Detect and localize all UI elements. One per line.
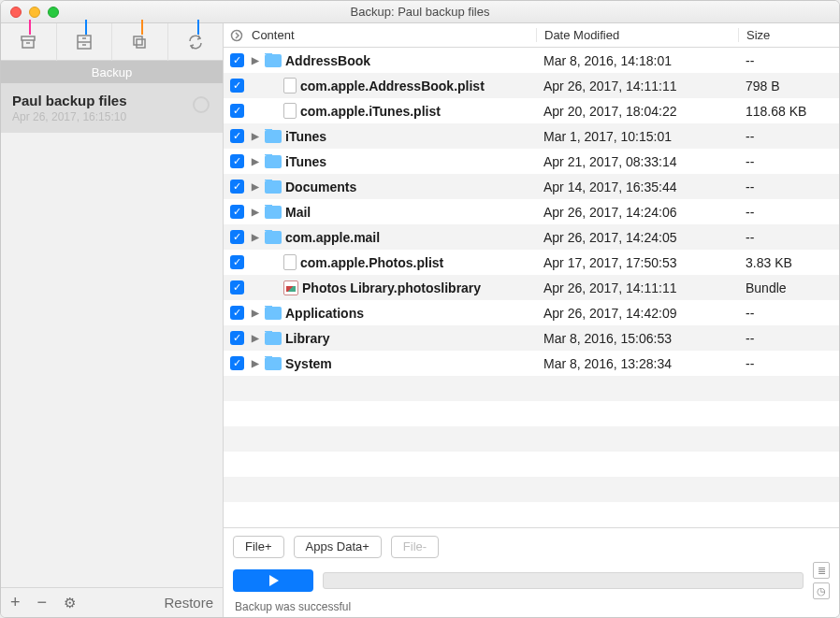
table-row[interactable]: ✓▶AddressBookMar 8, 2016, 14:18:01-- [224,48,839,73]
checkbox[interactable]: ✓ [230,306,244,320]
disclosure-triangle-icon[interactable]: ▶ [250,308,261,318]
titlebar: Backup: Paul backup files [1,1,839,23]
checkbox[interactable]: ✓ [230,255,244,269]
row-name: com.apple.iTunes.plist [300,104,441,119]
row-date: Apr 20, 2017, 18:04:22 [536,104,738,119]
apps-data-button[interactable]: Apps Data+ [294,536,382,558]
remove-button[interactable]: − [37,593,48,612]
play-button[interactable] [233,569,313,592]
table-row[interactable]: ✓com.apple.AddressBook.plistApr 26, 2017… [224,73,839,98]
table-row[interactable]: ✓▶ApplicationsApr 26, 2017, 14:42:09-- [224,300,839,325]
marker-icon [29,20,31,35]
table-row[interactable]: ✓▶com.apple.mailApr 26, 2017, 14:24:05-- [224,224,839,250]
gear-icon[interactable]: ⚙ [64,595,76,611]
folder-icon [265,231,282,244]
folder-icon [265,155,282,168]
disclosure-triangle-icon[interactable]: ▶ [250,55,261,65]
row-name: com.apple.mail [285,230,380,245]
column-size[interactable]: Size [738,28,839,42]
row-size: -- [738,331,839,346]
svg-marker-5 [269,575,279,586]
actions-bar: File+ Apps Data+ File- [224,527,839,565]
table-row[interactable]: ✓▶iTunesMar 1, 2017, 10:15:01-- [224,123,839,149]
row-name: AddressBook [285,53,370,68]
file-remove-button[interactable]: File- [391,536,439,558]
zoom-icon[interactable] [48,7,59,18]
column-date[interactable]: Date Modified [536,28,738,42]
table-row[interactable]: ✓▶SystemMar 8, 2016, 13:28:34-- [224,351,839,376]
tool-copy-icon[interactable] [112,23,168,61]
svg-point-4 [232,30,242,40]
table-row[interactable]: ✓com.apple.Photos.plistApr 17, 2017, 17:… [224,250,839,275]
table-row[interactable]: ✓▶MailApr 26, 2017, 14:24:06-- [224,199,839,224]
row-size: -- [738,306,839,321]
marker-icon [197,20,199,35]
table-row[interactable]: ✓▶LibraryMar 8, 2016, 15:06:53-- [224,325,839,351]
clock-icon [193,96,210,113]
table-row-empty [224,502,839,527]
column-check[interactable] [224,29,250,42]
table-row-empty [224,401,839,426]
row-date: Mar 8, 2016, 13:28:34 [536,356,738,371]
column-headers: Content Date Modified Size [224,23,839,48]
checkbox[interactable]: ✓ [230,230,244,244]
row-size: -- [738,356,839,371]
tool-sync-icon[interactable] [168,23,224,61]
add-button[interactable]: + [10,593,21,612]
row-name: Mail [285,205,311,220]
checkbox[interactable]: ✓ [230,53,244,67]
log-icon[interactable]: ≣ [813,562,830,579]
marker-icon [85,20,87,35]
row-size: 3.83 KB [738,255,839,270]
folder-icon [265,180,282,194]
checkbox[interactable]: ✓ [230,154,244,168]
table-row[interactable]: ✓▶iTunesApr 21, 2017, 08:33:14-- [224,149,839,174]
disclosure-triangle-icon[interactable]: ▶ [250,131,261,141]
svg-rect-0 [22,36,35,40]
disclosure-triangle-icon[interactable]: ▶ [250,333,261,343]
disclosure-triangle-icon[interactable]: ▶ [250,156,261,166]
checkbox[interactable]: ✓ [230,104,244,118]
row-size: 798 B [738,79,839,93]
photos-library-icon [283,280,298,295]
sidebar-item-backup[interactable]: Paul backup files Apr 26, 2017, 16:15:10 [1,83,223,133]
checkbox[interactable]: ✓ [230,331,244,345]
row-size: -- [738,154,839,169]
row-date: Apr 26, 2017, 14:24:06 [536,205,738,220]
main-panel: Content Date Modified Size ✓▶AddressBook… [224,23,839,617]
row-date: Mar 8, 2016, 15:06:53 [536,331,738,346]
table-row[interactable]: ✓Photos Library.photoslibraryApr 26, 201… [224,275,839,300]
table-row[interactable]: ✓com.apple.iTunes.plistApr 20, 2017, 18:… [224,98,839,123]
app-window: Backup: Paul backup files [0,0,840,618]
sidebar-heading: Backup [1,61,223,83]
row-name: Photos Library.photoslibrary [302,280,481,295]
minimize-icon[interactable] [29,7,40,18]
checkbox[interactable]: ✓ [230,129,244,143]
close-icon[interactable] [10,7,22,18]
sidebar-item-name: Paul backup files [12,93,211,108]
restore-button[interactable]: Restore [164,595,213,611]
row-date: Apr 17, 2017, 17:50:53 [536,255,738,270]
row-date: Mar 8, 2016, 14:18:01 [536,53,738,68]
file-add-button[interactable]: File+ [233,536,284,558]
row-name: com.apple.Photos.plist [300,255,443,270]
disclosure-triangle-icon[interactable]: ▶ [250,358,261,368]
row-size: Bundle [738,280,839,295]
sidebar-footer: + − ⚙ Restore [1,587,223,617]
row-size: -- [738,53,839,68]
traffic-lights [1,7,59,18]
checkbox[interactable]: ✓ [230,205,244,219]
checkbox[interactable]: ✓ [230,356,244,370]
progress-bar [323,572,804,589]
sidebar-toolbar [1,23,223,61]
checkbox[interactable]: ✓ [230,79,244,93]
arrow-right-icon [230,29,243,42]
column-content[interactable]: Content [250,28,536,42]
disclosure-triangle-icon[interactable]: ▶ [250,181,261,192]
disclosure-triangle-icon[interactable]: ▶ [250,232,261,242]
checkbox[interactable]: ✓ [230,280,244,295]
play-icon [266,573,281,588]
disclosure-triangle-icon[interactable]: ▶ [250,207,261,217]
checkbox[interactable]: ✓ [230,180,244,194]
table-row[interactable]: ✓▶DocumentsApr 14, 2017, 16:35:44-- [224,174,839,199]
